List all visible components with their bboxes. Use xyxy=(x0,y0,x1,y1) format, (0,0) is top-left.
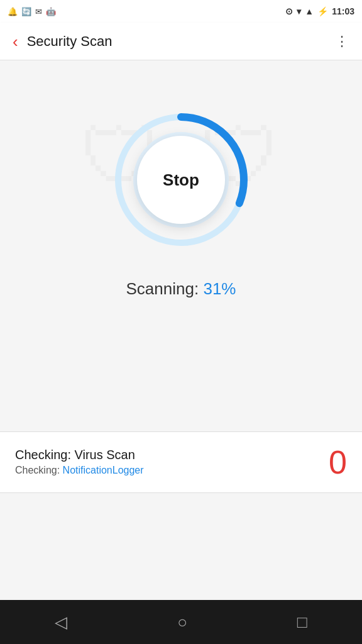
progress-circle-container: Stop xyxy=(112,111,250,249)
more-options-button[interactable]: ⋮ xyxy=(330,28,354,55)
nav-bar: ◁ ○ □ xyxy=(0,600,362,644)
checking-section: Checking: Virus Scan Checking: Notificat… xyxy=(0,432,362,492)
sync-icon: 🔄 xyxy=(21,7,31,16)
status-icons-left: 🔔 🔄 ✉ 🤖 xyxy=(8,7,56,16)
checking-link[interactable]: NotificationLogger xyxy=(63,465,144,475)
status-icons-right: ⊙ ▾ ▲ ⚡ 11:03 xyxy=(285,6,354,16)
page-title: Security Scan xyxy=(27,33,330,50)
scan-percentage: 31% xyxy=(203,279,236,298)
scan-area: 🛡 🛡 Stop Scanning: 31% xyxy=(0,60,362,324)
checking-text-col: Checking: Virus Scan Checking: Notificat… xyxy=(15,448,144,476)
stop-button[interactable]: Stop xyxy=(137,136,225,224)
alarm-icon: 🔔 xyxy=(8,7,18,16)
checking-main-text: Checking: Virus Scan xyxy=(15,448,144,462)
battery-icon: ⚡ xyxy=(317,6,328,16)
main-content: 🛡 🛡 Stop Scanning: 31% Checki xyxy=(0,60,362,600)
target-icon: ⊙ xyxy=(285,6,293,16)
status-bar: 🔔 🔄 ✉ 🤖 ⊙ ▾ ▲ ⚡ 11:03 xyxy=(0,0,362,23)
nav-home-button[interactable]: ○ xyxy=(158,606,206,638)
nav-recent-button[interactable]: □ xyxy=(278,606,326,638)
threat-count: 0 xyxy=(329,446,347,479)
nav-back-button[interactable]: ◁ xyxy=(36,606,86,638)
bottom-divider xyxy=(0,492,362,493)
signal-icon: ▲ xyxy=(305,6,314,16)
scanning-label: Scanning: 31% xyxy=(126,279,236,299)
app-bar: ‹ Security Scan ⋮ xyxy=(0,23,362,60)
shields-wrapper: 🛡 🛡 Stop xyxy=(99,98,263,262)
checking-sub-text: Checking: NotificationLogger xyxy=(15,465,144,476)
clock: 11:03 xyxy=(332,6,354,16)
back-button[interactable]: ‹ xyxy=(8,28,23,55)
wifi-icon: ▾ xyxy=(297,6,301,16)
android-icon: 🤖 xyxy=(46,7,56,16)
gmail-icon: ✉ xyxy=(35,7,42,16)
